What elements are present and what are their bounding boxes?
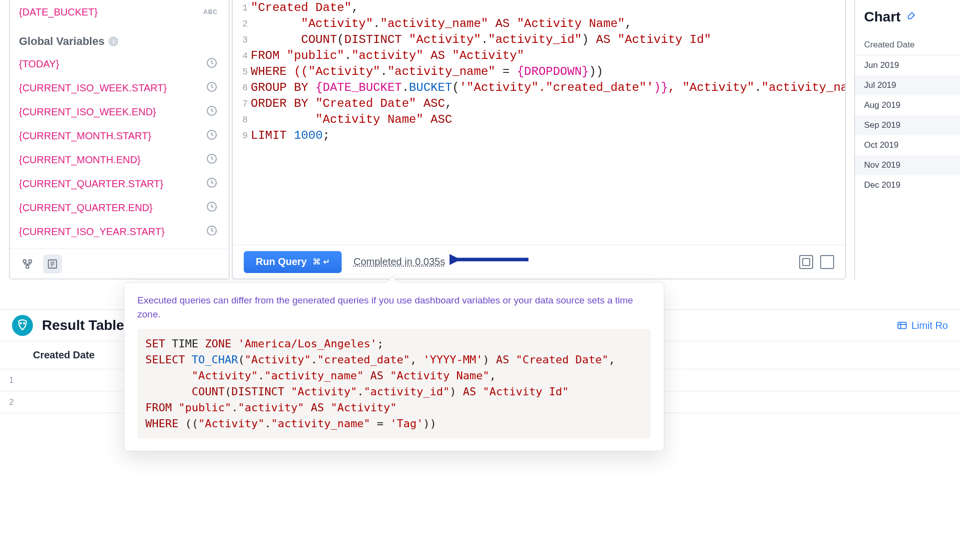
variable-item[interactable]: {TODAY} (10, 52, 229, 76)
executed-query-sql[interactable]: SET TIME ZONE 'America/Los_Angeles'; SEL… (137, 329, 651, 439)
chart-cell: Jun 2019 (855, 55, 960, 76)
chart-row[interactable]: Sep 2019 (855, 115, 960, 135)
row-number-header (0, 341, 23, 369)
svg-rect-15 (898, 322, 906, 329)
run-shortcut-hint: ⌘ ↵ (313, 257, 329, 267)
variable-item[interactable]: {CURRENT_QUARTER.END} (10, 196, 229, 220)
chart-row[interactable]: Jul 2019 (855, 75, 960, 95)
chart-title: Chart (864, 9, 901, 25)
chart-cell: Sep 2019 (855, 115, 960, 135)
chart-panel: Chart Created Date Jun 2019Jul 2019Aug 2… (854, 0, 960, 280)
variable-label: {CURRENT_QUARTER.END} (19, 202, 152, 214)
chart-row[interactable]: Nov 2019 (855, 155, 960, 175)
clock-icon (206, 153, 218, 167)
chart-row[interactable]: Dec 2019 (855, 175, 960, 195)
popover-message: Executed queries can differ from the gen… (137, 293, 651, 321)
variable-label: {DATE_BUCKET} (19, 6, 97, 18)
clock-icon (206, 177, 218, 191)
editor-code[interactable]: "Created Date", "Activity"."activity_nam… (251, 0, 845, 245)
row-number: 1 (0, 369, 23, 391)
row-number: 2 (0, 391, 23, 413)
variables-sidebar: {DATE_BUCKET} ABC Global Variables i {TO… (9, 0, 230, 280)
svg-rect-8 (23, 260, 26, 263)
variable-item[interactable]: {CURRENT_ISO_YEAR.START} (10, 220, 229, 244)
chart-cell: Nov 2019 (855, 155, 960, 175)
query-status-link[interactable]: Completed in 0.035s (354, 256, 445, 268)
clock-icon (206, 129, 218, 143)
svg-rect-10 (26, 265, 29, 268)
variable-label: {CURRENT_ISO_WEEK.START} (19, 82, 167, 94)
chart-header[interactable]: Created Date (855, 35, 960, 55)
clock-icon (206, 57, 218, 71)
variable-item[interactable]: {CURRENT_MONTH.END} (10, 148, 229, 172)
info-icon[interactable]: i (108, 36, 118, 46)
chart-row[interactable]: Oct 2019 (855, 135, 960, 155)
variable-date-bucket[interactable]: {DATE_BUCKET} ABC (10, 0, 229, 24)
run-query-button[interactable]: Run Query ⌘ ↵ (244, 251, 342, 273)
variable-item[interactable]: {CURRENT_MONTH.START} (10, 124, 229, 148)
variable-label: {CURRENT_MONTH.END} (19, 154, 140, 166)
global-variables-heading: Global Variables i (10, 24, 229, 52)
variable-label: {CURRENT_ISO_YEAR.START} (19, 226, 165, 238)
svg-point-14 (23, 323, 24, 324)
variable-list: {DATE_BUCKET} ABC Global Variables i {TO… (10, 0, 229, 244)
brush-icon[interactable] (906, 10, 917, 23)
limit-rows-button[interactable]: Limit Ro (897, 320, 948, 331)
editor-footer: Run Query ⌘ ↵ Completed in 0.035s (233, 245, 845, 279)
executed-query-popover: Executed queries can differ from the gen… (124, 282, 664, 451)
variable-item[interactable]: {CURRENT_QUARTER.START} (10, 172, 229, 196)
schema-tree-button[interactable] (18, 255, 37, 274)
postgres-icon (12, 315, 33, 336)
editor-gutter: 123456789 (233, 0, 251, 245)
chart-cell: Dec 2019 (855, 175, 960, 195)
clock-icon (206, 201, 218, 215)
layout-full-button[interactable] (820, 255, 834, 269)
sidebar-toolbar (10, 249, 229, 279)
variable-label: {TODAY} (19, 58, 59, 70)
chart-row[interactable]: Jun 2019 (855, 55, 960, 76)
string-type-badge: ABC (203, 8, 218, 15)
variable-item[interactable]: {CURRENT_ISO_WEEK.END} (10, 100, 229, 124)
chart-data-table: Created Date Jun 2019Jul 2019Aug 2019Sep… (855, 35, 960, 195)
chart-cell: Aug 2019 (855, 95, 960, 115)
svg-point-13 (20, 323, 21, 324)
clock-icon (206, 105, 218, 119)
layout-framed-button[interactable] (799, 255, 813, 269)
chart-row[interactable]: Aug 2019 (855, 95, 960, 115)
variables-button[interactable] (43, 255, 62, 274)
clock-icon (206, 225, 218, 239)
sql-editor-panel: 123456789 "Created Date", "Activity"."ac… (232, 0, 846, 280)
variable-label: {CURRENT_QUARTER.START} (19, 178, 163, 190)
variable-label: {CURRENT_ISO_WEEK.END} (19, 106, 156, 118)
svg-rect-9 (29, 260, 32, 263)
chart-cell: Oct 2019 (855, 135, 960, 155)
clock-icon (206, 81, 218, 95)
sql-editor[interactable]: 123456789 "Created Date", "Activity"."ac… (233, 0, 845, 245)
chart-cell: Jul 2019 (855, 75, 960, 95)
results-title: Result Table (42, 317, 124, 333)
variable-label: {CURRENT_MONTH.START} (19, 130, 151, 142)
variable-item[interactable]: {CURRENT_ISO_WEEK.START} (10, 76, 229, 100)
